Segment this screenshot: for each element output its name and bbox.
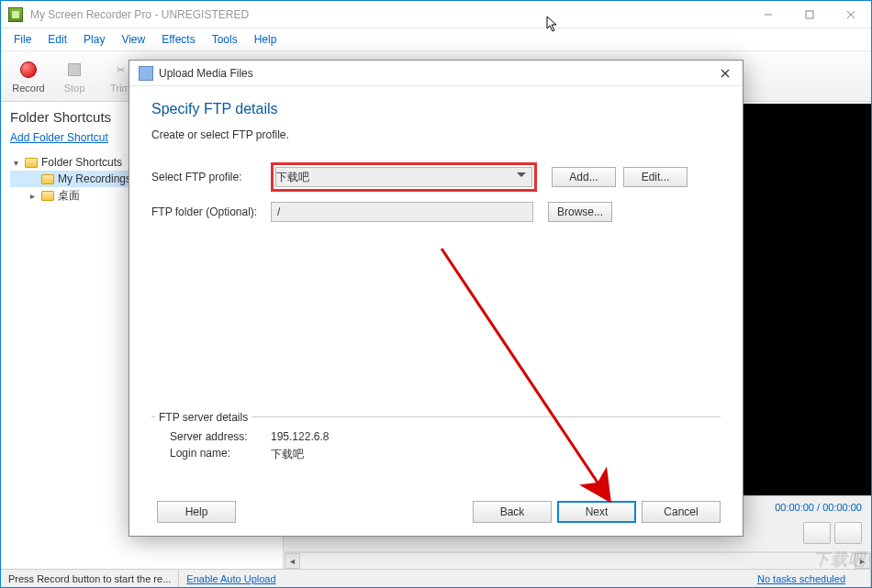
ftp-profile-value: 下载吧 [276,170,309,185]
profile-label: Select FTP profile: [151,171,271,183]
status-grip [853,570,871,587]
menu-file[interactable]: File [6,31,39,48]
dialog-titlebar: Upload Media Files [129,61,743,86]
time-display: 00:00:00 / 00:00:00 [775,502,862,513]
folder-icon [41,191,54,201]
titlebar: My Screen Recorder Pro - UNREGISTERED [1,1,871,28]
scroll-left-icon[interactable]: ◄ [285,553,300,569]
browse-button[interactable]: Browse... [548,202,612,222]
scroll-right-icon[interactable]: ► [855,553,870,569]
menu-edit[interactable]: Edit [40,31,74,48]
ftp-folder-value: / [277,205,280,218]
menu-play[interactable]: Play [76,31,112,48]
svg-rect-1 [806,11,813,18]
dialog-heading: Specify FTP details [151,101,721,117]
time-current: 00:00:00 [775,502,814,513]
tree-item-label: 桌面 [58,188,80,204]
window-title: My Screen Recorder Pro - UNREGISTERED [30,8,747,21]
menubar: File Edit Play View Effects Tools Help [1,28,871,50]
status-hint: Press Record button to start the re... [1,570,179,587]
dialog-close-button[interactable] [711,65,739,82]
help-button[interactable]: Help [157,501,236,523]
ftp-profile-select[interactable]: 下载吧 [275,167,532,187]
menu-effects[interactable]: Effects [154,31,202,48]
folder-icon [25,158,38,168]
stop-label: Stop [64,83,85,94]
tree-root-label: Folder Shortcuts [41,156,122,169]
add-folder-shortcut-link[interactable]: Add Folder Shortcut [10,131,108,144]
server-address-value: 195.122.6.8 [271,430,329,443]
ftp-server-details-group: FTP server details Server address: 195.1… [151,404,721,472]
back-button[interactable]: Back [473,501,552,523]
record-button[interactable]: Record [6,59,50,94]
menu-help[interactable]: Help [247,31,285,48]
stop-button[interactable]: Stop [52,59,96,94]
close-button[interactable] [830,1,871,28]
menu-tools[interactable]: Tools [205,31,245,48]
tree-item-label: My Recordings [58,172,131,185]
maximize-button[interactable] [788,1,830,28]
stop-icon [68,63,81,76]
folder-label: FTP folder (Optional): [151,205,271,218]
record-label: Record [12,83,44,94]
profile-highlight: 下载吧 [271,162,537,192]
collapse-icon[interactable]: ▾ [10,158,21,168]
dialog-icon [139,66,153,81]
minimize-button[interactable] [747,1,788,28]
app-icon [8,7,23,22]
main-window: My Screen Recorder Pro - UNREGISTERED Fi… [0,0,872,588]
group-legend: FTP server details [155,411,252,424]
chevron-down-icon [517,172,526,182]
upload-media-dialog: Upload Media Files Specify FTP details C… [129,60,743,537]
enable-auto-upload-link[interactable]: Enable Auto Upload [179,573,283,584]
time-total: 00:00:00 [822,502,862,513]
fullscreen-button[interactable] [803,522,831,544]
login-name-value: 下载吧 [271,447,304,462]
login-name-label: Login name: [170,447,271,462]
folder-icon [41,174,54,184]
dialog-subheading: Create or select FTP profile. [151,128,721,141]
dialog-title: Upload Media Files [159,67,711,80]
trim-label: Trim [110,83,130,94]
close-icon [721,69,730,78]
record-icon [20,61,37,78]
settings-button[interactable] [834,522,862,544]
expand-icon[interactable]: ▸ [27,191,38,201]
horizontal-scrollbar[interactable]: ◄ ► [285,552,870,568]
no-tasks-link[interactable]: No tasks scheduled [750,573,853,584]
next-button[interactable]: Next [557,501,636,523]
menu-view[interactable]: View [114,31,152,48]
add-profile-button[interactable]: Add... [552,167,616,187]
ftp-folder-input[interactable]: / [271,202,533,222]
edit-profile-button[interactable]: Edit... [623,167,688,187]
cancel-button[interactable]: Cancel [642,501,721,523]
statusbar: Press Record button to start the re... E… [1,569,871,587]
server-address-label: Server address: [170,430,271,443]
